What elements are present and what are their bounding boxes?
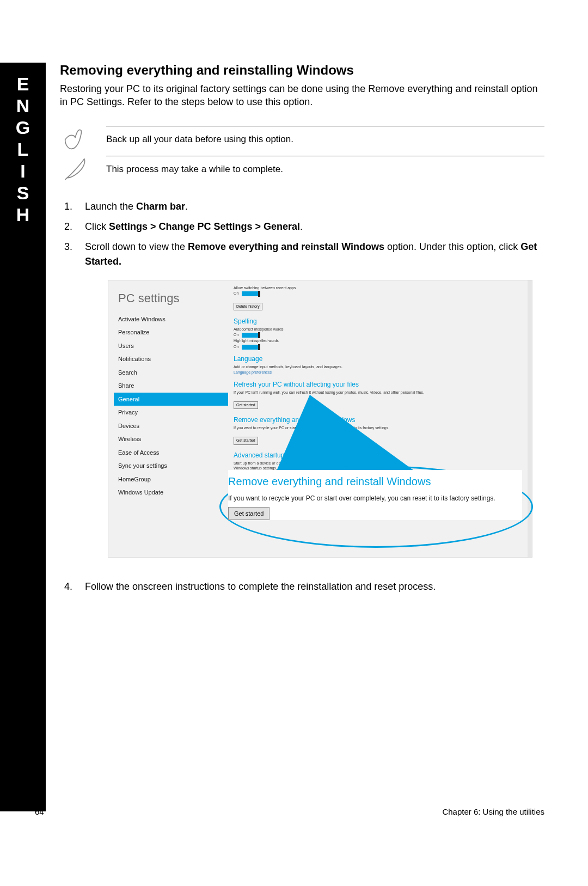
- ps-menu-homegroup[interactable]: HomeGroup: [114, 473, 228, 486]
- callout-zoom: Remove everything and reinstall Windows …: [228, 470, 522, 521]
- app-switch-label: Allow switching between recent apps: [234, 286, 529, 290]
- ps-menu-ease-of-access[interactable]: Ease of Access: [114, 446, 228, 460]
- intro-text: Restoring your PC to its original factor…: [60, 82, 544, 109]
- language-desc: Add or change input methods, keyboard la…: [234, 365, 529, 369]
- toggle-highlight[interactable]: [242, 345, 258, 350]
- spelling-highlight-label: Highlight misspelled words: [234, 339, 529, 343]
- zoom-desc: If you want to recycle your PC or start …: [228, 494, 522, 503]
- spelling-heading: Spelling: [234, 316, 529, 326]
- zoom-title: Remove everything and reinstall Windows: [228, 473, 522, 490]
- zoom-get-started-button[interactable]: Get started: [228, 507, 270, 521]
- pc-settings-screenshot: PC settings Activate WindowsPersonalizeU…: [108, 280, 532, 558]
- pc-settings-title: PC settings: [118, 289, 228, 307]
- note-backup: Back up all your data before using this …: [106, 126, 544, 152]
- refresh-heading: Refresh your PC without affecting your f…: [234, 380, 529, 389]
- ps-menu-privacy[interactable]: Privacy: [114, 406, 228, 419]
- ps-menu-share[interactable]: Share: [114, 379, 228, 393]
- toggle-appswitch[interactable]: [242, 291, 258, 296]
- language-preferences-link[interactable]: Language preferences: [234, 370, 529, 375]
- step-4: Follow the onscreen instructions to comp…: [75, 579, 544, 594]
- refresh-get-started-button[interactable]: Get started: [234, 401, 258, 410]
- toggle-autocorrect[interactable]: [242, 333, 258, 338]
- ps-menu-general[interactable]: General: [114, 393, 228, 406]
- ps-menu-devices[interactable]: Devices: [114, 419, 228, 433]
- ps-menu-sync-your-settings[interactable]: Sync your settings: [114, 459, 228, 473]
- language-sidebar: ENGLISH: [0, 63, 46, 811]
- ps-menu-users[interactable]: Users: [114, 339, 228, 353]
- spelling-auto-label: Autocorrect misspelled words: [234, 327, 529, 332]
- step-1: Launch the Charm bar.: [75, 199, 544, 214]
- remove-get-started-button[interactable]: Get started: [234, 437, 258, 445]
- section-heading: Removing everything and reinstalling Win…: [60, 63, 544, 78]
- ps-menu-windows-update[interactable]: Windows Update: [114, 486, 228, 499]
- ps-menu-notifications[interactable]: Notifications: [114, 352, 228, 366]
- language-label: ENGLISH: [12, 74, 33, 226]
- language-heading: Language: [234, 354, 529, 364]
- step-3: Scroll down to view the Remove everythin…: [75, 240, 544, 558]
- page-number: 64: [35, 807, 44, 816]
- ps-menu-wireless[interactable]: Wireless: [114, 432, 228, 446]
- note-time: This process may take a while to complet…: [106, 156, 544, 182]
- step-2: Click Settings > Change PC Settings > Ge…: [75, 219, 544, 234]
- ps-menu-activate-windows[interactable]: Activate Windows: [114, 313, 228, 326]
- delete-history-button[interactable]: Delete history: [234, 303, 262, 311]
- ps-menu-personalize[interactable]: Personalize: [114, 326, 228, 339]
- ps-menu-search[interactable]: Search: [114, 366, 228, 380]
- chapter-label: Chapter 6: Using the utilities: [442, 807, 544, 816]
- quill-icon: [60, 154, 90, 184]
- hand-icon: [60, 124, 90, 154]
